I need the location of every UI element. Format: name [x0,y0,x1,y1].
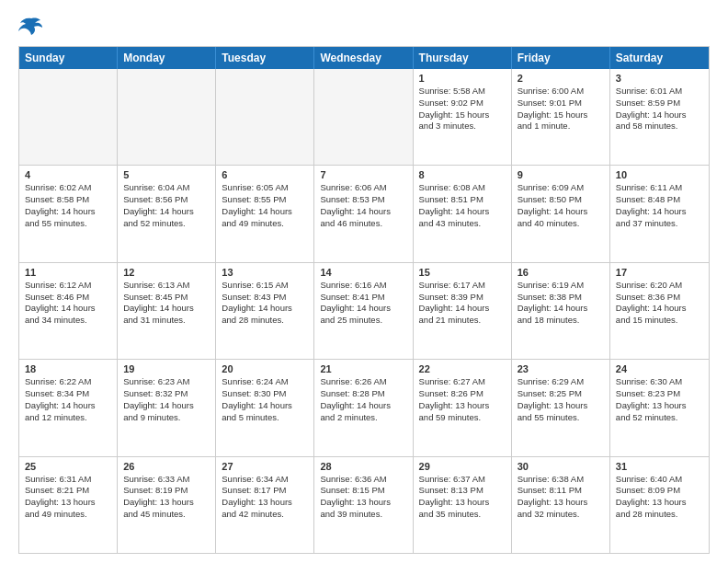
day-cell-5: 5Sunrise: 6:04 AM Sunset: 8:56 PM Daylig… [118,166,216,261]
calendar-row-2: 4Sunrise: 6:02 AM Sunset: 8:58 PM Daylig… [19,166,709,262]
day-number: 3 [616,73,703,84]
day-cell-7: 7Sunrise: 6:06 AM Sunset: 8:53 PM Daylig… [314,166,413,261]
day-number: 25 [25,461,111,472]
cell-content: Sunrise: 6:02 AM Sunset: 8:58 PM Dayligh… [25,182,96,227]
day-cell-13: 13Sunrise: 6:15 AM Sunset: 8:43 PM Dayli… [216,263,314,359]
day-number: 4 [25,169,111,180]
day-cell-6: 6Sunrise: 6:05 AM Sunset: 8:55 PM Daylig… [216,166,314,261]
day-cell-27: 27Sunrise: 6:34 AM Sunset: 8:17 PM Dayli… [216,457,314,553]
cell-content: Sunrise: 6:27 AM Sunset: 8:26 PM Dayligh… [419,376,490,421]
calendar-row-4: 18Sunrise: 6:22 AM Sunset: 8:34 PM Dayli… [19,360,709,456]
day-cell-10: 10Sunrise: 6:11 AM Sunset: 8:48 PM Dayli… [610,166,709,261]
day-number: 9 [518,169,604,180]
cell-content: Sunrise: 6:33 AM Sunset: 8:19 PM Dayligh… [123,474,194,519]
empty-cell [118,69,216,165]
day-cell-25: 25Sunrise: 6:31 AM Sunset: 8:21 PM Dayli… [19,457,118,553]
cell-content: Sunrise: 6:09 AM Sunset: 8:50 PM Dayligh… [518,182,588,227]
day-number: 2 [518,73,604,84]
cell-content: Sunrise: 6:30 AM Sunset: 8:23 PM Dayligh… [616,376,687,421]
day-cell-31: 31Sunrise: 6:40 AM Sunset: 8:09 PM Dayli… [610,457,709,553]
day-cell-11: 11Sunrise: 6:12 AM Sunset: 8:46 PM Dayli… [19,263,118,359]
day-number: 20 [222,363,308,374]
day-number: 12 [123,267,210,278]
day-number: 22 [419,363,506,374]
cell-content: Sunrise: 6:15 AM Sunset: 8:43 PM Dayligh… [222,280,292,325]
day-number: 19 [123,363,210,374]
day-cell-28: 28Sunrise: 6:36 AM Sunset: 8:15 PM Dayli… [314,457,413,553]
day-cell-21: 21Sunrise: 6:26 AM Sunset: 8:28 PM Dayli… [314,360,413,455]
day-cell-26: 26Sunrise: 6:33 AM Sunset: 8:19 PM Dayli… [118,457,216,553]
day-number: 1 [419,73,506,84]
day-number: 15 [419,267,506,278]
calendar-row-1: 1Sunrise: 5:58 AM Sunset: 9:02 PM Daylig… [19,69,709,166]
cell-content: Sunrise: 6:26 AM Sunset: 8:28 PM Dayligh… [320,376,391,421]
cell-content: Sunrise: 6:16 AM Sunset: 8:41 PM Dayligh… [320,280,391,325]
empty-cell [314,69,413,165]
day-number: 18 [25,363,111,374]
cell-content: Sunrise: 6:36 AM Sunset: 8:15 PM Dayligh… [320,474,391,519]
cell-content: Sunrise: 6:01 AM Sunset: 8:59 PM Dayligh… [616,86,687,131]
cell-content: Sunrise: 5:58 AM Sunset: 9:02 PM Dayligh… [419,86,490,131]
day-number: 27 [222,461,308,472]
cell-content: Sunrise: 6:22 AM Sunset: 8:34 PM Dayligh… [25,376,96,421]
day-cell-23: 23Sunrise: 6:29 AM Sunset: 8:25 PM Dayli… [512,360,610,455]
day-cell-18: 18Sunrise: 6:22 AM Sunset: 8:34 PM Dayli… [19,360,118,455]
day-number: 8 [419,169,506,180]
day-number: 24 [616,363,703,374]
day-cell-14: 14Sunrise: 6:16 AM Sunset: 8:41 PM Dayli… [314,263,413,359]
cell-content: Sunrise: 6:23 AM Sunset: 8:32 PM Dayligh… [123,376,194,421]
day-cell-24: 24Sunrise: 6:30 AM Sunset: 8:23 PM Dayli… [610,360,709,455]
day-cell-30: 30Sunrise: 6:38 AM Sunset: 8:11 PM Dayli… [512,457,610,553]
cell-content: Sunrise: 6:38 AM Sunset: 8:11 PM Dayligh… [518,474,588,519]
day-number: 26 [123,461,210,472]
day-cell-12: 12Sunrise: 6:13 AM Sunset: 8:45 PM Dayli… [118,263,216,359]
cell-content: Sunrise: 6:34 AM Sunset: 8:17 PM Dayligh… [222,474,292,519]
day-cell-9: 9Sunrise: 6:09 AM Sunset: 8:50 PM Daylig… [512,166,610,261]
cell-content: Sunrise: 6:17 AM Sunset: 8:39 PM Dayligh… [419,280,490,325]
logo [18,15,48,37]
day-cell-19: 19Sunrise: 6:23 AM Sunset: 8:32 PM Dayli… [118,360,216,455]
calendar-header: SundayMondayTuesdayWednesdayThursdayFrid… [19,47,709,69]
empty-cell [19,69,118,165]
day-header-sunday: Sunday [19,47,118,69]
calendar: SundayMondayTuesdayWednesdayThursdayFrid… [18,46,710,554]
cell-content: Sunrise: 6:06 AM Sunset: 8:53 PM Dayligh… [320,182,391,227]
day-cell-20: 20Sunrise: 6:24 AM Sunset: 8:30 PM Dayli… [216,360,314,455]
day-cell-15: 15Sunrise: 6:17 AM Sunset: 8:39 PM Dayli… [414,263,512,359]
day-number: 5 [123,169,210,180]
day-number: 7 [320,169,406,180]
day-number: 17 [616,267,703,278]
cell-content: Sunrise: 6:05 AM Sunset: 8:55 PM Dayligh… [222,182,292,227]
header [18,15,710,37]
day-number: 10 [616,169,703,180]
day-number: 13 [222,267,308,278]
calendar-body: 1Sunrise: 5:58 AM Sunset: 9:02 PM Daylig… [19,69,709,553]
cell-content: Sunrise: 6:31 AM Sunset: 8:21 PM Dayligh… [25,474,96,519]
day-header-monday: Monday [118,47,216,69]
cell-content: Sunrise: 6:24 AM Sunset: 8:30 PM Dayligh… [222,376,292,421]
calendar-row-3: 11Sunrise: 6:12 AM Sunset: 8:46 PM Dayli… [19,263,709,360]
day-cell-8: 8Sunrise: 6:08 AM Sunset: 8:51 PM Daylig… [414,166,512,261]
cell-content: Sunrise: 6:13 AM Sunset: 8:45 PM Dayligh… [123,280,194,325]
day-number: 30 [518,461,604,472]
cell-content: Sunrise: 6:00 AM Sunset: 9:01 PM Dayligh… [518,86,588,131]
day-number: 29 [419,461,506,472]
day-number: 28 [320,461,406,472]
day-number: 21 [320,363,406,374]
day-cell-17: 17Sunrise: 6:20 AM Sunset: 8:36 PM Dayli… [610,263,709,359]
day-number: 14 [320,267,406,278]
day-cell-4: 4Sunrise: 6:02 AM Sunset: 8:58 PM Daylig… [19,166,118,261]
day-header-saturday: Saturday [610,47,709,69]
day-cell-3: 3Sunrise: 6:01 AM Sunset: 8:59 PM Daylig… [610,69,709,165]
day-cell-16: 16Sunrise: 6:19 AM Sunset: 8:38 PM Dayli… [512,263,610,359]
day-number: 6 [222,169,308,180]
cell-content: Sunrise: 6:12 AM Sunset: 8:46 PM Dayligh… [25,280,96,325]
day-cell-1: 1Sunrise: 5:58 AM Sunset: 9:02 PM Daylig… [414,69,512,165]
calendar-row-5: 25Sunrise: 6:31 AM Sunset: 8:21 PM Dayli… [19,457,709,553]
cell-content: Sunrise: 6:08 AM Sunset: 8:51 PM Dayligh… [419,182,490,227]
cell-content: Sunrise: 6:29 AM Sunset: 8:25 PM Dayligh… [518,376,588,421]
cell-content: Sunrise: 6:04 AM Sunset: 8:56 PM Dayligh… [123,182,194,227]
day-header-friday: Friday [512,47,610,69]
empty-cell [216,69,314,165]
day-number: 23 [518,363,604,374]
